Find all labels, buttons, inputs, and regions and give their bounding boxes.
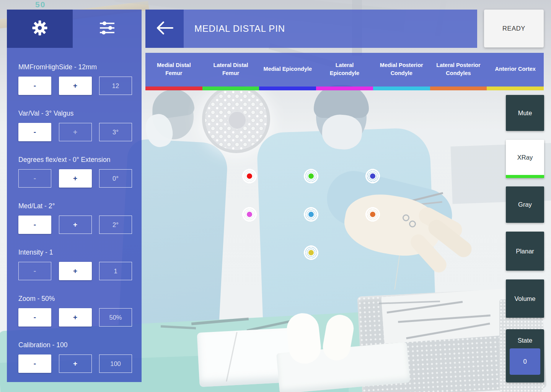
increment-button[interactable]: +: [59, 308, 92, 327]
sliders-icon: [99, 20, 116, 37]
active-underline: [506, 175, 544, 178]
mute-button[interactable]: Mute: [506, 95, 544, 131]
value-field[interactable]: 50%: [99, 308, 132, 327]
tab-medial-epicondyle[interactable]: Medial Epicondyle: [259, 53, 316, 90]
tab-color-bar: [487, 87, 544, 90]
landmark-marker-medial-posterior-condyle[interactable]: [304, 207, 318, 222]
increment-button[interactable]: +: [59, 354, 92, 373]
control-label: Intensity - 1: [18, 248, 132, 256]
landmark-marker-lateral-epicondyle[interactable]: [242, 207, 257, 222]
gear-icon: [31, 19, 49, 39]
decrement-button[interactable]: -: [18, 262, 51, 280]
settings-sidebar: MMFromHighSide - 12mm - + 12 Var/Val - 3…: [7, 10, 142, 382]
state-panel: State 0: [506, 329, 544, 382]
decrement-button[interactable]: -: [18, 169, 51, 188]
marker-dot: [308, 173, 314, 179]
control-intensity: Intensity - 1 - + 1: [18, 248, 132, 280]
tab-anterior-cortex[interactable]: Anterior Cortex: [487, 53, 544, 90]
increment-button[interactable]: +: [59, 77, 92, 95]
marker-dot: [247, 212, 252, 217]
control-calibration: Calibration - 100 - + 100: [18, 341, 132, 373]
landmark-marker-anterior-cortex[interactable]: [304, 245, 318, 260]
tab-medial-posterior-condyle[interactable]: Medial Posterior Condyle: [373, 53, 430, 90]
landmark-marker-lateral-posterior-condyles[interactable]: [365, 207, 380, 222]
tab-lateral-posterior-condyles[interactable]: Lateral Posterior Condyles: [430, 53, 487, 90]
decrement-button[interactable]: -: [18, 354, 51, 373]
state-value-button[interactable]: 0: [510, 348, 540, 375]
decrement-button[interactable]: -: [18, 308, 51, 327]
adjustments-tab[interactable]: [73, 10, 142, 48]
marker-dot: [308, 212, 314, 217]
value-field[interactable]: 2°: [99, 216, 132, 234]
state-label: State: [518, 337, 533, 344]
increment-button[interactable]: +: [59, 169, 92, 188]
decrement-button[interactable]: -: [18, 123, 51, 141]
decrement-button[interactable]: -: [18, 216, 51, 234]
control-label: MMFromHighSide - 12mm: [18, 63, 132, 71]
decrement-button[interactable]: -: [18, 77, 51, 95]
header-bar: MEDIAL DISTAL PIN: [145, 10, 477, 48]
increment-button[interactable]: +: [59, 262, 92, 280]
control-med-lat: Med/Lat - 2° - + 2°: [18, 202, 132, 234]
volume-button[interactable]: Volume: [506, 279, 544, 318]
value-field[interactable]: 0°: [99, 169, 132, 188]
tab-color-bar: [202, 87, 259, 90]
control-mmfromhighside: MMFromHighSide - 12mm - + 12: [18, 63, 132, 95]
tab-lateral-distal-femur[interactable]: Lateral Distal Femur: [202, 53, 259, 90]
settings-tab[interactable]: [7, 10, 73, 48]
value-field[interactable]: 100: [99, 354, 132, 373]
control-label: Degrees flex/ext - 0° Extension: [18, 156, 132, 164]
back-button[interactable]: [145, 10, 184, 48]
control-flex-ext: Degrees flex/ext - 0° Extension - + 0°: [18, 156, 132, 188]
ready-button[interactable]: READY: [484, 10, 544, 47]
increment-button[interactable]: +: [59, 123, 92, 141]
marker-dot: [370, 212, 375, 217]
landmark-marker-medial-epicondyle[interactable]: [365, 169, 380, 183]
landmark-tabs: Medial Distal Femur Lateral Distal Femur…: [145, 53, 544, 90]
tab-color-bar: [373, 87, 430, 90]
tab-medial-distal-femur[interactable]: Medial Distal Femur: [145, 53, 202, 90]
landmark-marker-lateral-distal-femur[interactable]: [304, 169, 318, 183]
planar-button[interactable]: Planar: [506, 232, 544, 271]
value-field[interactable]: 1: [99, 262, 132, 280]
xray-button[interactable]: XRay: [506, 140, 544, 178]
marker-dot: [247, 173, 252, 179]
marker-dot: [370, 173, 375, 179]
control-zoom: Zoom - 50% - + 50%: [18, 295, 132, 327]
increment-button[interactable]: +: [59, 216, 92, 234]
control-label: Calibration - 100: [18, 341, 132, 349]
tab-lateral-epicondyle[interactable]: Lateral Epicondyle: [316, 53, 373, 90]
control-label: Zoom - 50%: [18, 295, 132, 303]
value-field[interactable]: 12: [99, 77, 132, 95]
gray-button[interactable]: Gray: [506, 186, 544, 223]
tab-color-bar: [430, 87, 487, 90]
back-arrow-icon: [155, 19, 174, 39]
tab-color-bar: [259, 87, 316, 90]
tab-color-bar: [316, 87, 373, 90]
tab-color-bar: [145, 87, 202, 90]
marker-dot: [308, 250, 314, 255]
value-field[interactable]: 3°: [99, 123, 132, 141]
control-label: Var/Val - 3° Valgus: [18, 109, 132, 118]
page-title: MEDIAL DISTAL PIN: [194, 23, 285, 34]
landmark-marker-medial-distal-femur[interactable]: [242, 169, 257, 183]
control-label: Med/Lat - 2°: [18, 202, 132, 210]
control-var-val: Var/Val - 3° Valgus - + 3°: [18, 109, 132, 141]
